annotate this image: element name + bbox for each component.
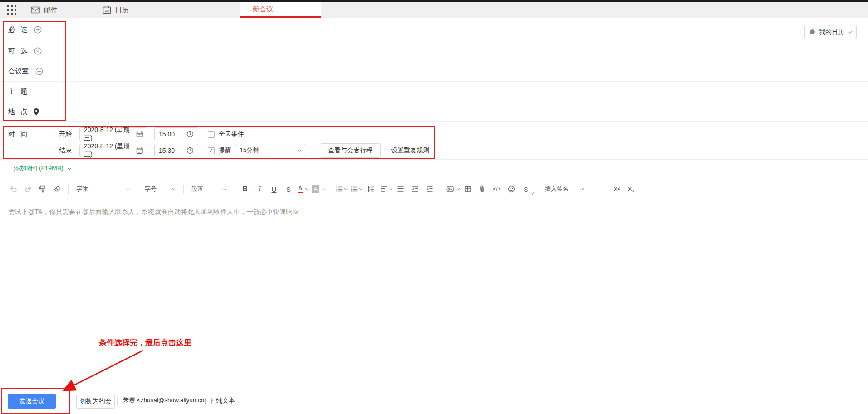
chevron-down-icon	[456, 186, 460, 190]
reminder-select[interactable]: 15分钟	[235, 144, 305, 157]
end-date-input[interactable]: 2020-8-12 (星期三)	[79, 144, 147, 157]
add-required-button[interactable]	[34, 26, 42, 34]
numbered-list-icon	[350, 185, 358, 193]
add-room-button[interactable]	[35, 68, 43, 75]
meeting-room-field[interactable]: 会议室	[0, 61, 868, 82]
numbered-list-button[interactable]	[350, 183, 363, 195]
align-left-button[interactable]	[380, 183, 392, 195]
top-tab-bar: 邮件 25 日历 新会议	[0, 0, 868, 18]
plaintext-label: 纯文本	[216, 397, 235, 405]
calendar-color-dot	[810, 29, 815, 34]
italic-button[interactable]: I	[254, 183, 265, 195]
required-attendees-field[interactable]: 必 选	[0, 18, 868, 41]
optional-attendees-field[interactable]: 可 选	[0, 41, 868, 61]
allday-checkbox[interactable]	[208, 131, 215, 138]
end-time-input[interactable]: 15:30	[154, 144, 198, 157]
toolbar-divider	[537, 185, 537, 194]
undo-button[interactable]	[8, 183, 20, 195]
recurrence-rule-link[interactable]: 设置重复规则	[391, 146, 429, 155]
align-justify-icon	[397, 185, 405, 193]
tab-new-meeting-label: 新会议	[253, 5, 273, 14]
tab-new-meeting[interactable]: 新会议	[240, 2, 321, 18]
sender-address: 朱赛 <zhusai@show.aliyun.com>	[123, 396, 213, 404]
emoji-button[interactable]	[505, 183, 517, 195]
paragraph-select[interactable]: 段落	[189, 183, 229, 195]
chevron-down-icon	[322, 186, 325, 190]
horizontal-rule-button[interactable]: —	[596, 183, 608, 195]
subscript-button[interactable]: X₂	[625, 183, 637, 195]
table-icon	[464, 185, 472, 193]
align-justify-button[interactable]	[395, 183, 407, 195]
emoji-icon	[507, 185, 515, 193]
underline-button[interactable]: U	[268, 183, 280, 195]
plus-circle-icon	[34, 47, 42, 55]
insert-image-button[interactable]	[446, 183, 459, 195]
redo-icon	[24, 185, 32, 193]
calendar-icon: 25	[103, 6, 111, 14]
end-time-row: 结束 2020-8-12 (星期三) 15:30 提醒 15分钟 查看与会者行程…	[0, 143, 868, 158]
tab-calendar-label: 日历	[115, 6, 129, 15]
font-color-icon: A	[298, 185, 303, 193]
chevron-down-icon	[172, 186, 176, 190]
my-calendar-selector[interactable]: 我的日历	[804, 25, 857, 39]
format-painter-button[interactable]	[37, 183, 49, 195]
reminder-label: 提醒	[219, 146, 231, 155]
clock-icon	[186, 131, 194, 138]
font-family-select[interactable]: 字体	[74, 183, 132, 195]
font-color-button[interactable]: A	[297, 183, 309, 195]
redo-button[interactable]	[22, 183, 34, 195]
location-field[interactable]: 地 点	[0, 102, 868, 122]
footer-divider	[117, 396, 118, 406]
chevron-down-icon	[298, 148, 301, 151]
line-height-button[interactable]	[365, 183, 377, 195]
end-label: 结束	[59, 146, 79, 155]
bullet-list-button[interactable]	[335, 183, 348, 195]
tab-calendar[interactable]: 25 日历	[93, 2, 167, 18]
start-time-input[interactable]: 15:00	[154, 127, 198, 141]
insert-code-button[interactable]: </>	[491, 183, 503, 195]
end-time-value: 15:30	[159, 147, 175, 154]
start-date-value: 2020-8-12 (星期三)	[84, 126, 136, 142]
strikethrough-button[interactable]: S	[283, 183, 294, 195]
view-attendee-schedule-button[interactable]: 查看与会者行程	[320, 143, 381, 158]
chevron-down-icon	[305, 186, 309, 190]
plaintext-checkbox[interactable]	[205, 398, 212, 404]
switch-to-appointment-button[interactable]: 切换为约会	[76, 394, 115, 409]
indent-decrease-button[interactable]	[409, 183, 421, 195]
link-icon	[478, 185, 486, 193]
indent-increase-button[interactable]	[424, 183, 436, 195]
required-label: 必 选	[8, 25, 27, 34]
grid-icon	[7, 5, 16, 15]
insert-signature-select[interactable]: 插入签名	[542, 183, 586, 195]
plaintext-toggle[interactable]: 纯文本	[205, 397, 235, 405]
meeting-form-fields: 必 选 可 选 会议室 主 题 地 点	[0, 18, 868, 122]
calendar-icon	[136, 147, 143, 154]
tab-mail-label: 邮件	[44, 6, 58, 15]
app-grid-button[interactable]	[0, 2, 24, 18]
editor-toolbar: 字体 字号 段落 B I U S A A	[0, 178, 868, 200]
location-pin-button[interactable]	[33, 108, 39, 116]
tab-mail[interactable]: 邮件	[24, 2, 93, 18]
toolbar-divider	[183, 185, 184, 194]
chevron-down-icon	[359, 186, 363, 190]
insert-table-button[interactable]	[462, 183, 474, 195]
highlight-color-button[interactable]: A	[312, 183, 325, 195]
add-attachment-button[interactable]: 添加附件(819MB)	[14, 165, 71, 173]
insert-link-button[interactable]	[476, 183, 488, 195]
add-optional-button[interactable]	[34, 47, 42, 55]
subject-field[interactable]: 主 题	[0, 82, 868, 102]
bold-button[interactable]: B	[239, 183, 251, 195]
toolbar-divider	[330, 185, 330, 194]
time-section: 时 间 开始 2020-8-12 (星期三) 15:00 全天事件 结束 202…	[0, 122, 868, 160]
chevron-down-icon	[344, 186, 348, 190]
editor-body[interactable]: 尝试下@TA，你只需要在@后面输入联系人，系统就会自动将此人加到收件人中，一箭必…	[0, 200, 868, 387]
clock-icon	[186, 147, 194, 154]
send-meeting-button[interactable]: 发送会议	[8, 394, 56, 409]
spellcheck-button[interactable]: S✓	[520, 183, 532, 195]
toolbar-divider	[441, 185, 441, 194]
eraser-button[interactable]	[51, 183, 63, 195]
font-size-select[interactable]: 字号	[142, 183, 178, 195]
reminder-checkbox[interactable]	[208, 147, 215, 154]
start-date-input[interactable]: 2020-8-12 (星期三)	[79, 127, 147, 141]
superscript-button[interactable]: X²	[611, 183, 623, 195]
